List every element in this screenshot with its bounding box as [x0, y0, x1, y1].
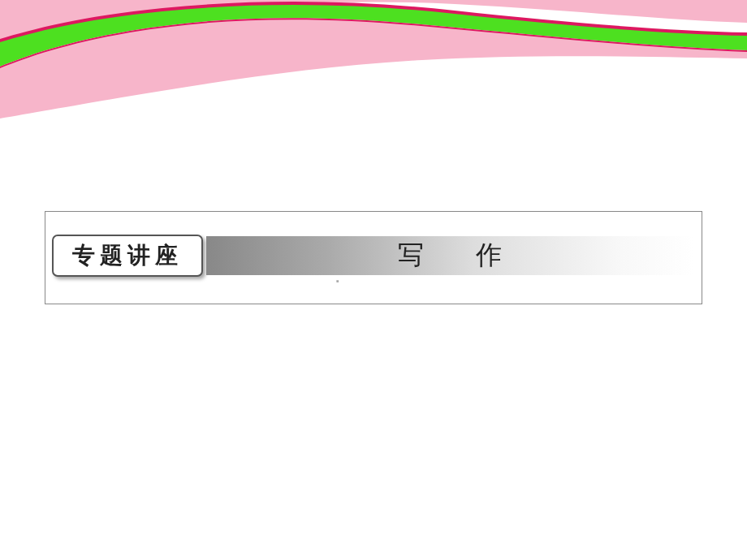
center-marker: ▪: [336, 276, 339, 286]
title-bar: 写 作: [206, 236, 693, 275]
slide-title: 写 作: [375, 238, 525, 274]
badge-label: 专题讲座: [72, 240, 183, 271]
content-panel: 专题讲座 写 作: [45, 211, 702, 304]
lecture-badge: 专题讲座: [52, 235, 203, 277]
decorative-waves: [0, 0, 747, 138]
